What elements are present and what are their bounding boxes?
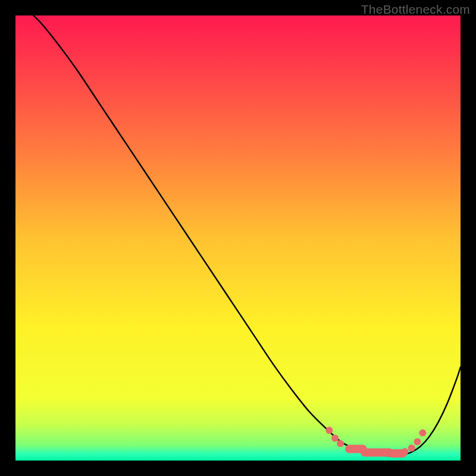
marker-dot <box>337 440 344 447</box>
marker-dot <box>402 448 409 455</box>
chart-frame <box>15 15 461 461</box>
marker-dot <box>414 439 421 446</box>
gradient-background <box>15 15 461 461</box>
marker-dot <box>408 444 415 452</box>
marker-dot <box>331 435 339 442</box>
marker-dot <box>419 430 426 437</box>
marker-dot <box>325 427 333 434</box>
chart-svg <box>15 15 461 461</box>
watermark-text: TheBottleneck.com <box>361 2 470 17</box>
